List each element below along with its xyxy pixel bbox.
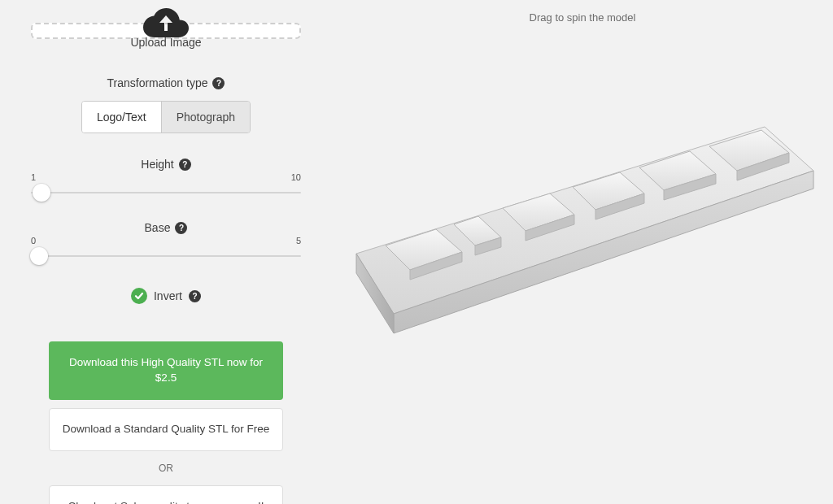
download-free-button[interactable]: Download a Standard Quality STL for Free [49, 408, 283, 451]
base-slider[interactable]: 0 5 [31, 245, 301, 267]
height-min: 1 [31, 172, 36, 182]
upload-dropzone[interactable]: Upload Image [31, 23, 301, 39]
base-block: Base ? 0 5 [31, 221, 301, 267]
transformation-toggle: Logo/Text Photograph [81, 101, 251, 133]
help-icon[interactable]: ? [212, 77, 225, 89]
controls-column: Upload Image Transformation type ? Logo/… [0, 0, 332, 504]
check-icon [134, 291, 144, 301]
download-hq-button[interactable]: Download this High Quality STL now for $… [49, 341, 283, 400]
transformation-label-text: Transformation type [107, 76, 208, 89]
slider-thumb[interactable] [30, 247, 48, 265]
slider-track [31, 192, 301, 193]
model-render [342, 101, 830, 353]
invert-checkbox[interactable] [131, 288, 147, 304]
height-label: Height ? [141, 158, 190, 171]
transformation-option-logo-text[interactable]: Logo/Text [82, 102, 161, 133]
slider-thumb[interactable] [33, 184, 50, 202]
controls-group: Transformation type ? Logo/Text Photogra… [31, 76, 301, 304]
cta-column: Download this High Quality STL now for $… [49, 341, 283, 504]
invert-row: Invert ? [131, 288, 201, 304]
or-separator: OR [49, 459, 283, 477]
height-block: Height ? 1 10 [31, 158, 301, 203]
help-icon[interactable]: ? [189, 290, 201, 302]
help-icon[interactable]: ? [175, 222, 187, 234]
base-min: 0 [31, 236, 36, 245]
preview-column: Drag to spin the model [332, 0, 833, 504]
slider-track [31, 255, 301, 257]
base-label-text: Base [145, 221, 171, 234]
base-label: Base ? [145, 221, 188, 234]
height-slider[interactable]: 1 10 [31, 182, 301, 203]
base-max: 5 [296, 236, 301, 245]
transformation-option-photograph[interactable]: Photograph [161, 102, 250, 133]
upload-label: Upload Image [130, 36, 201, 49]
credits-button[interactable]: Check out Selva credits to save money!! [49, 485, 283, 504]
invert-label: Invert [154, 289, 182, 302]
app-root: Upload Image Transformation type ? Logo/… [0, 0, 833, 504]
model-canvas[interactable] [332, 0, 833, 504]
transformation-label: Transformation type ? [107, 76, 225, 89]
height-max: 10 [291, 172, 301, 182]
help-icon[interactable]: ? [179, 159, 191, 171]
height-label-text: Height [141, 158, 173, 171]
